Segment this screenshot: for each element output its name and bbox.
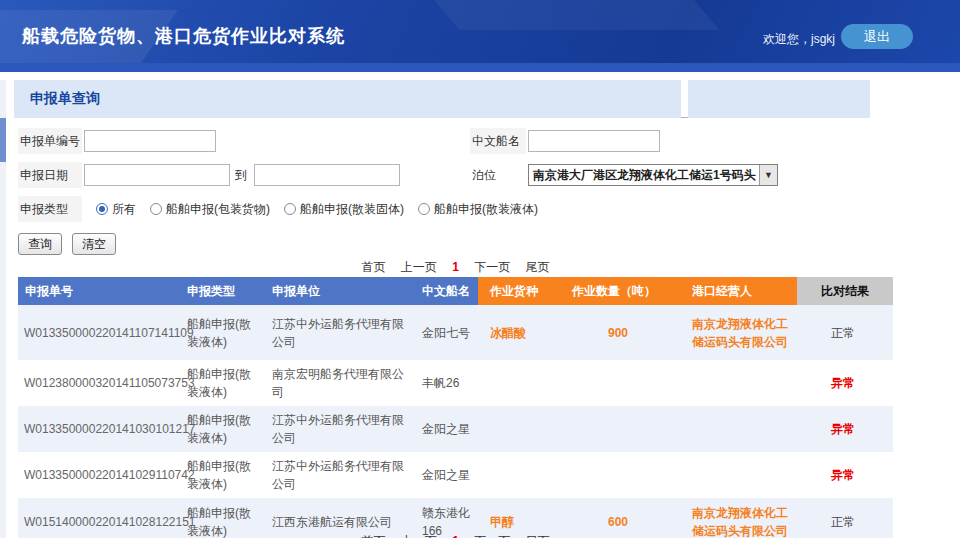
chevron-down-icon: ▼ (759, 165, 777, 185)
cell-compare-result: 正常 (797, 319, 893, 347)
table-row: W013350000220141030101217 船舶申报(散装液体) 江苏中… (18, 406, 893, 452)
cell-cargo-qty (560, 378, 680, 388)
cell-cargo-type: 甲醇 (478, 508, 560, 536)
cell-declaration-unit: 江苏中外运船务代理有限公司 (265, 310, 415, 356)
pagination-first[interactable]: 首页 (361, 260, 385, 274)
table-row: W013350000220141107141109 船舶申报(散装液体) 江苏中… (18, 305, 893, 360)
pagination-next[interactable]: 下一页 (474, 534, 510, 538)
date-to-input[interactable] (254, 164, 400, 186)
search-form: 申报单编号 中文船名 申报日期 到 泊位 南京港大厂港区龙翔液体化工储运1号码头… (18, 128, 948, 230)
cell-cargo-type (478, 470, 560, 480)
cell-ship-name: 金阳七号 (415, 319, 478, 347)
date-to-separator: 到 (235, 167, 247, 184)
cell-ship-name: 丰帆26 (415, 369, 478, 397)
declaration-no-input[interactable] (84, 130, 216, 152)
col-header-declaration-no: 申报单号 (18, 277, 180, 305)
cell-declaration-unit: 江西东港航运有限公司 (265, 508, 415, 536)
pagination-last[interactable]: 尾页 (526, 534, 550, 538)
form-row-2-right: 泊位 南京港大厂港区龙翔液体化工储运1号码头 ▼ (470, 162, 778, 188)
logout-button[interactable]: 退出 (841, 24, 913, 49)
app-header: 船载危险货物、港口危货作业比对系统 欢迎您，jsgkj 退出 (0, 0, 960, 63)
cell-declaration-type: 船舶申报(散装液体) (180, 360, 265, 406)
form-row-3: 申报类型 所有 船舶申报(包装货物) 船舶申报(散装固体) 船舶申报(散装液体) (18, 196, 948, 222)
table-body: W013350000220141107141109 船舶申报(散装液体) 江苏中… (18, 305, 893, 538)
radio-button-icon (284, 203, 296, 215)
declaration-no-label: 申报单编号 (18, 128, 82, 154)
cell-cargo-qty (560, 470, 680, 480)
pagination-last[interactable]: 尾页 (526, 260, 550, 274)
section-band-main: 申报单查询 (14, 80, 681, 118)
col-header-cargo-type: 作业货种 (478, 277, 560, 305)
form-row-2: 申报日期 到 泊位 南京港大厂港区龙翔液体化工储运1号码头 ▼ (18, 162, 948, 188)
radio-packaged-goods[interactable]: 船舶申报(包装货物) (150, 201, 270, 218)
cell-cargo-type: 冰醋酸 (478, 319, 560, 347)
cell-cargo-type (478, 424, 560, 434)
pagination-bottom: 首页 上一页 1 下一页 尾页 (18, 533, 893, 538)
radio-bulk-solid[interactable]: 船舶申报(散装固体) (284, 201, 404, 218)
radio-button-icon (418, 203, 430, 215)
table-row: W013350000220141029110742 船舶申报(散装液体) 江苏中… (18, 452, 893, 498)
cell-declaration-no: W015140000220141028122151 (18, 508, 180, 536)
col-header-ship-name: 中文船名 (415, 277, 478, 305)
date-from-input[interactable] (84, 164, 230, 186)
ship-name-label: 中文船名 (470, 128, 526, 154)
radio-label: 船舶申报(散装固体) (300, 201, 404, 218)
welcome-user-text: 欢迎您，jsgkj (763, 31, 835, 48)
cell-declaration-unit: 江苏中外运船务代理有限公司 (265, 406, 415, 452)
pagination-prev[interactable]: 上一页 (401, 260, 437, 274)
cell-compare-result: 正常 (797, 508, 893, 536)
cell-declaration-type: 船舶申报(散装液体) (180, 452, 265, 498)
left-splitter-handle[interactable] (0, 118, 6, 162)
section-band-side (688, 80, 870, 118)
header-bottom-strip (0, 63, 960, 72)
cell-cargo-type (478, 378, 560, 388)
date-label: 申报日期 (18, 162, 82, 188)
query-button[interactable]: 查询 (18, 233, 62, 255)
form-row-1: 申报单编号 中文船名 (18, 128, 948, 154)
declaration-type-radios: 所有 船舶申报(包装货物) 船舶申报(散装固体) 船舶申报(散装液体) (96, 201, 538, 218)
section-band: 申报单查询 (14, 80, 870, 118)
ship-name-input[interactable] (528, 130, 660, 152)
radio-all[interactable]: 所有 (96, 201, 136, 218)
col-header-compare-result: 比对结果 (797, 277, 893, 305)
page-title: 申报单查询 (30, 90, 100, 108)
cell-cargo-qty: 900 (560, 319, 680, 347)
cell-declaration-no: W013350000220141030101217 (18, 415, 180, 443)
header-decor-shape (401, 0, 720, 30)
radio-label: 船舶申报(包装货物) (166, 201, 270, 218)
radio-button-icon (96, 203, 108, 215)
cell-cargo-qty (560, 424, 680, 434)
cell-declaration-type: 船舶申报(散装液体) (180, 310, 265, 356)
cell-declaration-no: W013350000220141107141109 (18, 319, 180, 347)
cell-declaration-no: W013350000220141029110742 (18, 461, 180, 489)
app-title: 船载危险货物、港口危货作业比对系统 (22, 24, 345, 48)
cell-port-operator (680, 424, 797, 434)
radio-label: 所有 (112, 201, 136, 218)
form-actions: 查询 清空 (18, 233, 116, 255)
radio-button-icon (150, 203, 162, 215)
table-header-row: 申报单号 申报类型 申报单位 中文船名 作业货种 作业数量（吨） 港口经营人 比… (18, 277, 893, 305)
cell-port-operator: 南京龙翔液体化工储运码头有限公司 (680, 310, 797, 356)
cell-declaration-no: W012380000320141105073753 (18, 369, 180, 397)
col-header-declaration-type: 申报类型 (180, 277, 265, 305)
radio-bulk-liquid[interactable]: 船舶申报(散装液体) (418, 201, 538, 218)
table-row: W015140000220141028122151 船舶申报(散装液体) 江西东… (18, 498, 893, 538)
results-table: 申报单号 申报类型 申报单位 中文船名 作业货种 作业数量（吨） 港口经营人 比… (18, 277, 893, 538)
cell-ship-name: 金阳之星 (415, 415, 478, 443)
pagination-next[interactable]: 下一页 (474, 260, 510, 274)
berth-label: 泊位 (470, 162, 526, 188)
col-header-declaration-unit: 申报单位 (265, 277, 415, 305)
pagination-prev[interactable]: 上一页 (401, 534, 437, 538)
pagination-first[interactable]: 首页 (361, 534, 385, 538)
cell-compare-result: 异常 (797, 369, 893, 397)
clear-button[interactable]: 清空 (72, 233, 116, 255)
declaration-type-label: 申报类型 (18, 196, 82, 222)
form-row-1-right: 中文船名 (470, 128, 660, 154)
cell-port-operator (680, 470, 797, 480)
cell-declaration-unit: 南京宏明船务代理有限公司 (265, 360, 415, 406)
cell-cargo-qty: 600 (560, 508, 680, 536)
pagination-current-page: 1 (452, 534, 459, 538)
cell-port-operator (680, 378, 797, 388)
pagination-top: 首页 上一页 1 下一页 尾页 (18, 259, 893, 276)
berth-select[interactable]: 南京港大厂港区龙翔液体化工储运1号码头 ▼ (528, 164, 778, 186)
